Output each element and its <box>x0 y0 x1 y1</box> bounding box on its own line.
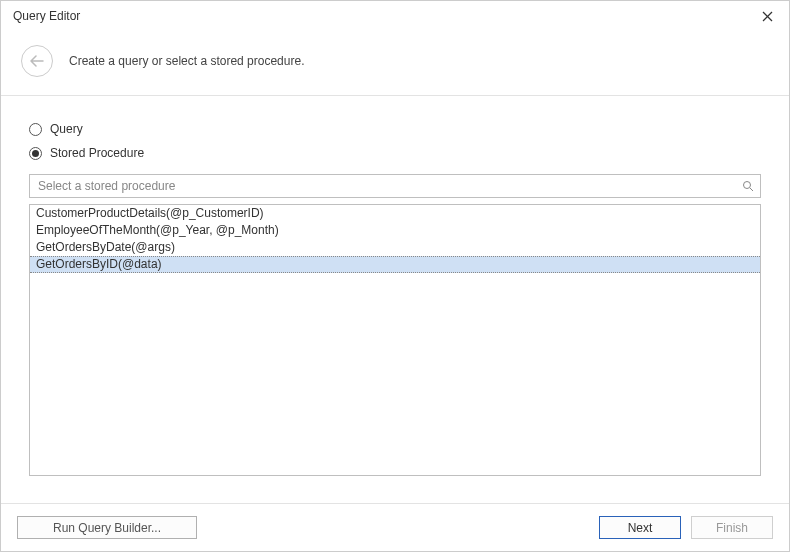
close-button[interactable] <box>755 4 779 28</box>
search-box[interactable] <box>29 174 761 198</box>
finish-button: Finish <box>691 516 773 539</box>
header: Create a query or select a stored proced… <box>1 31 789 95</box>
window-title: Query Editor <box>13 9 80 23</box>
radio-stored-procedure[interactable]: Stored Procedure <box>29 146 761 160</box>
search-icon <box>742 180 754 192</box>
radio-query-label: Query <box>50 122 83 136</box>
svg-line-3 <box>750 188 753 191</box>
footer: Run Query Builder... Next Finish <box>1 503 789 551</box>
arrow-left-icon <box>30 55 44 67</box>
radio-indicator <box>29 123 42 136</box>
close-icon <box>762 11 773 22</box>
radio-query[interactable]: Query <box>29 122 761 136</box>
svg-point-2 <box>744 182 751 189</box>
title-bar: Query Editor <box>1 1 789 31</box>
list-item[interactable]: GetOrdersByID(@data) <box>30 256 760 273</box>
search-input[interactable] <box>36 175 742 197</box>
back-button[interactable] <box>21 45 53 77</box>
stored-procedure-list[interactable]: CustomerProductDetails(@p_CustomerID) Em… <box>29 204 761 476</box>
content-area: Query Stored Procedure CustomerProductDe… <box>1 96 789 476</box>
list-item[interactable]: GetOrdersByDate(@args) <box>30 239 760 256</box>
radio-stored-label: Stored Procedure <box>50 146 144 160</box>
list-item[interactable]: CustomerProductDetails(@p_CustomerID) <box>30 205 760 222</box>
header-subtitle: Create a query or select a stored proced… <box>69 54 304 68</box>
list-item[interactable]: EmployeeOfTheMonth(@p_Year, @p_Month) <box>30 222 760 239</box>
run-query-builder-button[interactable]: Run Query Builder... <box>17 516 197 539</box>
radio-indicator <box>29 147 42 160</box>
next-button[interactable]: Next <box>599 516 681 539</box>
